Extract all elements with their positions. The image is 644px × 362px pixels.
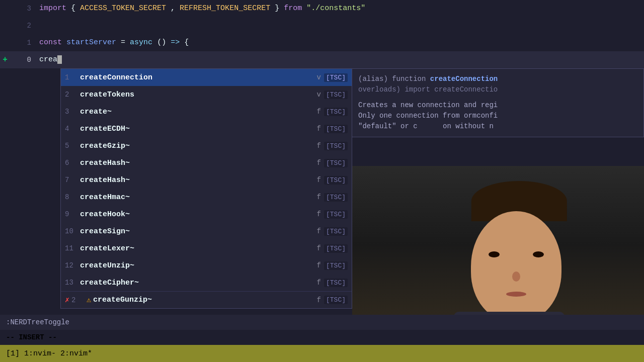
ac-type-5: f xyxy=(317,142,321,150)
ac-source-1: [TSC] xyxy=(324,73,348,82)
ac-source-5: [TSC] xyxy=(324,142,348,150)
line-number-2: 2 xyxy=(10,22,35,30)
ac-item-12[interactable]: 12 createUnzip~ f [TSC] xyxy=(61,257,352,274)
gutter-2: 2 xyxy=(0,22,35,30)
ac-num-4: 4 xyxy=(65,125,80,133)
ac-item-8[interactable]: 8 createHmac~ f [TSC] xyxy=(61,189,352,206)
ac-num-1: 1 xyxy=(65,73,80,81)
ac-label-9: createHook~ xyxy=(80,210,317,219)
diff-indicator-1 xyxy=(0,39,10,47)
ac-num-9: 9 xyxy=(65,210,80,218)
async-kw: async xyxy=(130,38,152,47)
ac-label-13: createCipher~ xyxy=(80,279,317,287)
eye-left xyxy=(489,251,500,257)
error-icon: ✗ xyxy=(65,295,69,305)
ac-item-13[interactable]: 13 createCipher~ f [TSC] xyxy=(61,274,352,291)
overloads-label: overloads) import createConnectio xyxy=(358,85,498,94)
code-area: 3 import { ACCESS_TOKEN_SECRET , REFRESH… xyxy=(0,0,644,315)
gutter-0: + 0 xyxy=(0,55,35,64)
fn-name-startserver: startServer xyxy=(66,38,116,47)
ac-source-13: [TSC] xyxy=(324,279,348,287)
ac-label-7: createHash~ xyxy=(80,176,317,185)
line-content-0: crea xyxy=(35,51,644,68)
diff-indicator-3 xyxy=(0,5,10,13)
ac-item-4[interactable]: 4 createECDH~ f [TSC] xyxy=(61,120,352,137)
ac-type-7: f xyxy=(317,176,321,184)
insert-mode-label: -- INSERT -- xyxy=(6,333,57,341)
mode-status-bar: -- INSERT -- xyxy=(0,330,644,345)
ac-source-9: [TSC] xyxy=(324,210,348,219)
person-body xyxy=(454,312,565,315)
ac-item-error[interactable]: ✗ 2 ⚠ createGunzip~ f [TSC] xyxy=(61,291,352,308)
ac-label-8: createHmac~ xyxy=(80,193,317,202)
ac-type-8: f xyxy=(317,193,321,201)
ac-label-11: createLexer~ xyxy=(80,244,317,253)
diff-indicator-0: + xyxy=(0,55,10,64)
code-line-0: + 0 crea xyxy=(0,51,644,68)
ac-type-1: v xyxy=(317,73,321,81)
ac-source-7: [TSC] xyxy=(324,176,348,185)
open-brace: { xyxy=(184,38,189,47)
code-line-2: 2 xyxy=(0,17,644,34)
line-content-1: const startServer = async () => { xyxy=(35,34,644,51)
line-number-0: 0 xyxy=(10,56,35,64)
nerdtree-label: :NERDTreeToggle xyxy=(6,318,69,326)
ac-source-6: [TSC] xyxy=(324,159,348,167)
mouth xyxy=(506,292,526,297)
person-bg xyxy=(352,166,644,315)
person-head xyxy=(471,211,561,315)
info-desc-1: Creates a new connection and regi xyxy=(358,101,498,109)
diff-indicator-2 xyxy=(0,22,10,30)
ac-label-3: create~ xyxy=(80,108,317,116)
alias-label: (alias) function xyxy=(358,75,430,83)
typed-text: crea xyxy=(39,55,57,64)
ac-item-2[interactable]: 2 createTokens v [TSC] xyxy=(61,86,352,103)
nose xyxy=(512,272,520,282)
ac-item-6[interactable]: 6 createHash~ f [TSC] xyxy=(61,154,352,171)
info-desc-3: "default" or c on without n xyxy=(358,122,494,130)
line-number-3: 3 xyxy=(10,5,35,13)
code-line-1: 1 const startServer = async () => { xyxy=(0,34,644,51)
eq: = xyxy=(121,38,130,47)
ac-source-8: [TSC] xyxy=(324,193,348,202)
ac-num-3: 3 xyxy=(65,108,80,116)
arrow: => xyxy=(171,38,180,47)
tab-bar: [1] 1:nvim- 2:nvim* xyxy=(0,345,644,362)
info-line-5: Only one connection from ormconfi xyxy=(358,111,637,121)
nerdtree-status-bar: :NERDTreeToggle xyxy=(0,315,644,330)
ac-source-10: [TSC] xyxy=(324,227,348,236)
ac-num-11: 11 xyxy=(65,244,80,252)
ac-item-1[interactable]: 1 createConnection v [TSC] xyxy=(61,69,352,86)
ac-item-3[interactable]: 3 create~ f [TSC] xyxy=(61,103,352,120)
ac-type-9: f xyxy=(317,210,321,218)
ac-num-2: 2 xyxy=(65,90,80,99)
ac-label-1: createConnection xyxy=(80,73,317,82)
tab-label[interactable]: [1] 1:nvim- 2:nvim* xyxy=(6,349,92,358)
ac-num-err: 2 xyxy=(71,296,87,304)
ac-label-err: createGunzip~ xyxy=(93,296,317,304)
line-content-2 xyxy=(35,17,644,34)
autocomplete-dropdown: 1 createConnection v [TSC] 2 createToken… xyxy=(60,68,352,309)
line-content-3: import { ACCESS_TOKEN_SECRET , REFRESH_T… xyxy=(35,0,644,17)
ac-item-11[interactable]: 11 createLexer~ f [TSC] xyxy=(61,240,352,257)
gutter-3: 3 xyxy=(0,5,35,13)
ac-type-13: f xyxy=(317,279,321,287)
ac-item-5[interactable]: 5 createGzip~ f [TSC] xyxy=(61,137,352,154)
ac-item-7[interactable]: 7 createHash~ f [TSC] xyxy=(61,171,352,189)
ac-source-11: [TSC] xyxy=(324,244,348,253)
ac-type-6: f xyxy=(317,159,321,167)
import-path: "./constants" xyxy=(306,4,365,13)
ac-item-9[interactable]: 9 createHook~ f [TSC] xyxy=(61,206,352,223)
ac-item-10[interactable]: 10 createSign~ f [TSC] xyxy=(61,223,352,240)
ac-label-2: createTokens xyxy=(80,90,317,99)
ac-source-12: [TSC] xyxy=(324,261,348,270)
import-refresh: REFRESH_TOKEN_SECRET xyxy=(180,4,270,13)
info-line-6: "default" or c on without n xyxy=(358,121,637,132)
editor-container: 3 import { ACCESS_TOKEN_SECRET , REFRESH… xyxy=(0,0,644,362)
comma: , xyxy=(171,4,180,13)
ac-label-5: createGzip~ xyxy=(80,142,317,150)
from-keyword: from xyxy=(284,4,302,13)
ac-type-11: f xyxy=(317,244,321,252)
ac-num-7: 7 xyxy=(65,176,80,184)
ac-type-12: f xyxy=(317,261,321,269)
